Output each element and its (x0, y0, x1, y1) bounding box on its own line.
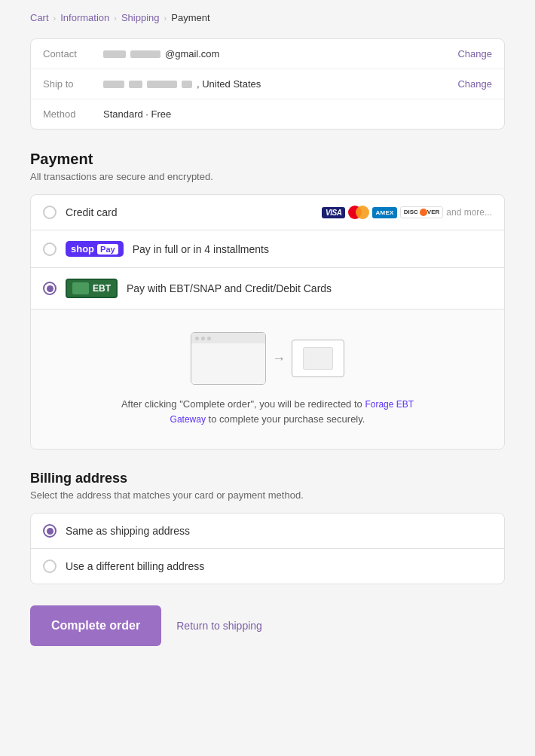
payment-section: Payment All transactions are secure and … (30, 151, 505, 450)
footer-actions: Complete order Return to shipping (30, 605, 505, 646)
browser-dot-1 (195, 337, 199, 340)
mastercard-icon (348, 206, 369, 219)
ebt-radio (43, 282, 57, 295)
ship-to-change-link[interactable]: Change (457, 78, 492, 90)
billing-section: Billing address Select the address that … (30, 471, 505, 584)
breadcrumb-payment: Payment (171, 12, 209, 23)
breadcrumb-information[interactable]: Information (60, 12, 109, 23)
redacted-address-3 (147, 81, 177, 88)
chevron-icon-2: › (114, 14, 117, 23)
contact-change-link[interactable]: Change (457, 48, 492, 59)
ship-to-label: Ship to (43, 78, 103, 90)
ship-to-country: , United States (197, 78, 261, 90)
contact-label: Contact (43, 48, 103, 59)
different-billing-label: Use a different billing address (66, 560, 492, 572)
method-value: Standard · Free (103, 108, 492, 120)
redacted-address-4 (182, 81, 192, 88)
ebt-label: Pay with EBT/SNAP and Credit/Debit Cards (127, 282, 492, 294)
same-as-shipping-radio-inner (47, 528, 54, 535)
redacted-address-2 (129, 81, 142, 88)
contact-row: Contact @gmail.com Change (31, 39, 504, 69)
redacted-email-2 (130, 50, 160, 58)
chevron-icon-3: › (164, 14, 167, 23)
amex-icon: AMEX (372, 207, 396, 218)
billing-subtitle: Select the address that matches your car… (30, 489, 505, 501)
contact-email-suffix: @gmail.com (165, 48, 219, 59)
shop-pay-radio (43, 242, 57, 256)
browser-inner (303, 347, 333, 370)
payment-options-card: Credit card VISA AMEX DISCVER and more..… (30, 194, 505, 450)
browser-window-1 (191, 332, 266, 385)
shop-pay-badge: shopPay (66, 241, 124, 257)
shop-pay-label: Pay in full or in 4 installments (133, 243, 492, 255)
complete-order-button[interactable]: Complete order (30, 605, 161, 646)
ebt-screen-icon (72, 282, 89, 294)
arrow-right-icon: → (272, 351, 286, 367)
breadcrumb-cart[interactable]: Cart (30, 12, 49, 23)
billing-options-card: Same as shipping address Use a different… (30, 513, 505, 584)
ship-to-row: Ship to , United States Change (31, 69, 504, 99)
browser-dot-3 (207, 337, 211, 340)
payment-title: Payment (30, 151, 505, 168)
method-label: Method (43, 108, 103, 120)
same-as-shipping-radio (43, 524, 57, 538)
browser-window-2 (292, 340, 344, 377)
visa-icon: VISA (322, 207, 345, 218)
shop-pay-option[interactable]: shopPay Pay in full or in 4 installments (31, 230, 504, 268)
ebt-option[interactable]: EBT Pay with EBT/SNAP and Credit/Debit C… (31, 268, 504, 309)
payment-subtitle: All transactions are secure and encrypte… (30, 171, 505, 182)
browser-titlebar-1 (191, 333, 265, 343)
breadcrumb-shipping[interactable]: Shipping (121, 12, 160, 23)
redacted-address-1 (103, 81, 124, 88)
method-row: Method Standard · Free (31, 99, 504, 129)
different-billing-radio (43, 559, 57, 573)
card-more-text: and more... (446, 207, 492, 218)
same-as-shipping-option[interactable]: Same as shipping address (31, 514, 504, 549)
contact-value: @gmail.com (103, 48, 457, 59)
same-as-shipping-label: Same as shipping address (66, 525, 492, 537)
breadcrumb: Cart › Information › Shipping › Payment (30, 12, 505, 23)
ebt-radio-inner (47, 285, 54, 292)
card-icons: VISA AMEX DISCVER and more... (322, 206, 492, 219)
ship-to-value: , United States (103, 78, 457, 90)
browser-body-1 (191, 343, 265, 384)
order-summary-card: Contact @gmail.com Change Ship to , Unit… (30, 38, 505, 130)
credit-card-radio (43, 206, 57, 219)
chevron-icon-1: › (54, 14, 57, 23)
redirect-before: After clicking "Complete order", you wil… (121, 398, 362, 410)
return-to-shipping-link[interactable]: Return to shipping (176, 620, 262, 632)
discover-icon: DISCVER (400, 206, 444, 218)
billing-title: Billing address (30, 471, 505, 486)
redirect-text: After clicking "Complete order", you wil… (109, 397, 426, 426)
credit-card-option[interactable]: Credit card VISA AMEX DISCVER and more..… (31, 195, 504, 230)
redacted-email-1 (103, 50, 126, 58)
different-billing-option[interactable]: Use a different billing address (31, 549, 504, 584)
ebt-panel: → After clicking "Complete order", you w… (31, 309, 504, 449)
ebt-icon: EBT (66, 279, 118, 298)
browser-dot-2 (201, 337, 205, 340)
redirect-after: to complete your purchase securely. (209, 413, 365, 425)
credit-card-label: Credit card (66, 206, 313, 218)
redirect-illustration: → (191, 332, 344, 385)
